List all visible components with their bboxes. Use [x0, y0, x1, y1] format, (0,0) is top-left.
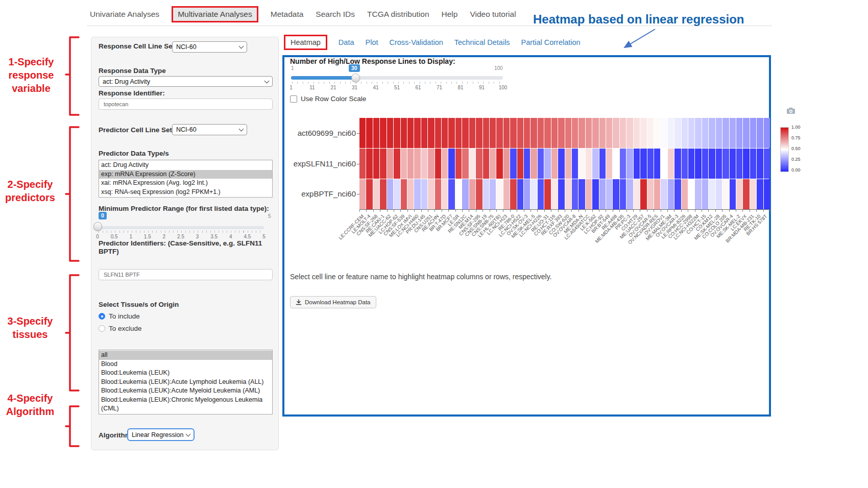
tick-11: 11 — [309, 85, 315, 90]
nav-item-multivariate-analyses[interactable]: Multivariate Analyses — [172, 6, 258, 22]
heatmap-cell — [757, 179, 763, 209]
nav-item-metadata[interactable]: Metadata — [271, 10, 304, 19]
response-data-type-value: act: Drug Activity — [103, 78, 150, 85]
heatmap-cell — [359, 118, 366, 148]
nav-item-help[interactable]: Help — [442, 10, 458, 19]
chevron-down-icon — [239, 127, 244, 132]
heatmap-cell — [606, 118, 612, 148]
nav-item-video-tutorial[interactable]: Video tutorial — [470, 10, 516, 19]
nav-item-search-ids[interactable]: Search IDs — [316, 10, 355, 19]
heatmap-cell — [442, 149, 448, 179]
option-blood-leukemia-leuk-acute-lymphoid-leukemia-all[interactable]: Blood:Leukemia (LEUK):Acute Lymphoid Leu… — [99, 378, 272, 387]
heatmap-cell — [578, 118, 585, 148]
nav-item-tcga-distribution[interactable]: TCGA distribution — [367, 10, 429, 19]
heatmap-cell — [380, 179, 386, 209]
option-blood-leukemia-leuk-acute-myeloid-leukemia-aml[interactable]: Blood:Leukemia (LEUK):Acute Myeloid Leuk… — [99, 386, 272, 396]
tissue-exclude-radio[interactable] — [99, 325, 105, 332]
heatmap-cell — [401, 179, 407, 209]
heatmap-cell — [647, 118, 654, 148]
heatmap-hint-text: Select cell line or feature name to high… — [290, 273, 552, 281]
tick-100: 100 — [499, 85, 508, 90]
heatmap-cell — [695, 149, 701, 179]
tab-technical-details[interactable]: Technical Details — [454, 38, 510, 46]
annotation-line: response — [1, 68, 61, 82]
download-heatmap-data-button[interactable]: Download Heatmap Data — [290, 296, 376, 308]
annotation-line: Algorithm — [0, 405, 60, 418]
heatmap-cell — [586, 118, 592, 148]
tick-81: 81 — [457, 85, 463, 90]
row-label-act609699-nci60[interactable]: act609699_nci60 — [276, 129, 356, 137]
nav-item-univariate-analyses[interactable]: Univariate Analyses — [90, 10, 159, 19]
heatmap-cell — [366, 118, 372, 148]
predictor-cell-line-set-select[interactable]: NCI-60 — [172, 124, 247, 135]
tab-cross-validation[interactable]: Cross-Validation — [389, 38, 443, 46]
heatmap-cell — [565, 118, 571, 148]
heatmap-cell — [551, 179, 558, 209]
predictor-data-types-label: Predictor Data Type/s — [99, 150, 169, 158]
response-lines-max-label: 100 — [494, 65, 503, 71]
response-data-type-select[interactable]: act: Drug Activity — [99, 76, 273, 87]
heatmap-cell — [517, 179, 523, 209]
option-all[interactable]: all — [99, 351, 272, 360]
tab-data[interactable]: Data — [339, 38, 354, 46]
min-predictor-range-slider-track[interactable] — [98, 226, 264, 229]
heatmap-cell — [674, 149, 681, 179]
heatmap-cell — [730, 179, 736, 209]
option-exp-mrna-expression-z-score[interactable]: exp: mRNA Expression (Z-Score) — [99, 170, 272, 179]
tissue-origin-listbox[interactable]: allBloodBlood:Leukemia (LEUK)Blood:Leuke… — [99, 350, 273, 414]
heatmap-cell — [578, 179, 585, 209]
tick-5: 5 — [262, 234, 266, 239]
tab-partial-correlation[interactable]: Partial Correlation — [521, 38, 581, 46]
min-predictor-range-slider-handle[interactable] — [93, 222, 102, 231]
heatmap-cell — [490, 118, 496, 148]
response-lines-slider-handle[interactable] — [351, 74, 360, 82]
heatmap-cell — [757, 149, 763, 179]
annotation-line: tissues — [0, 328, 60, 341]
heatmap-cell — [634, 179, 640, 209]
response-cell-line-set-select[interactable]: NCI-60 — [172, 41, 247, 53]
response-lines-tick-labels: 1112131415161718191100 — [291, 85, 503, 91]
tissue-include-radio[interactable] — [99, 313, 105, 320]
option-blood-leukemia-leuk-chronic-myelogenous-leukemia-cml[interactable]: Blood:Leukemia (LEUK):Chronic Myelogenou… — [99, 396, 272, 413]
heatmap-cell — [613, 118, 619, 148]
option-act-drug-activity[interactable]: act: Drug Activity — [99, 161, 272, 170]
cellminer-cdb-app: Univariate AnalysesMultivariate Analyses… — [0, 0, 868, 488]
row-label-expbptf-nci60[interactable]: expBPTF_nci60 — [276, 189, 356, 198]
predictor-identifiers-input[interactable]: SLFN11 BPTF — [99, 269, 273, 280]
colorbar-tick-0-75: 0.75 — [791, 135, 801, 140]
predictor-data-types-listbox[interactable]: act: Drug Activityexp: mRNA Expression (… — [99, 160, 273, 198]
response-identifier-input[interactable]: topotecan — [99, 99, 273, 110]
algorithm-select[interactable]: Linear Regression — [127, 428, 195, 441]
tissue-exclude-label: To exclude — [109, 325, 142, 332]
heatmap-cell — [640, 179, 646, 209]
heatmap-cell — [668, 179, 674, 209]
option-xsq-rna-seq-expression-log2-fpkm-1[interactable]: xsq: RNA-seq Expression (log2 FPKM+1.) — [99, 188, 272, 197]
response-lines-slider-fill — [291, 76, 356, 80]
row-label-expslfn11-nci60[interactable]: expSLFN11_nci60 — [276, 159, 356, 168]
download-button-label: Download Heatmap Data — [305, 299, 371, 305]
heatmap-cell — [435, 118, 441, 148]
heatmap-cell — [394, 179, 400, 209]
tick-4: 4 — [229, 234, 232, 239]
tab-heatmap[interactable]: Heatmap — [284, 35, 327, 50]
use-row-color-scale-checkbox[interactable] — [290, 95, 297, 103]
option-xai-mrna-expression-avg-log2-int[interactable]: xai: mRNA Expression (Avg. log2 Int.) — [99, 179, 272, 188]
heatmap-cell — [674, 179, 681, 209]
heatmap-cell — [654, 149, 660, 179]
annotation-line: 3-Specify — [0, 314, 60, 328]
heatmap-cell — [476, 149, 482, 179]
tab-plot[interactable]: Plot — [365, 38, 378, 46]
tissue-include-label: To include — [109, 312, 140, 320]
heatmap-cell — [586, 179, 592, 209]
option-blood[interactable]: Blood — [99, 360, 272, 369]
option-blood-leukemia-leuk[interactable]: Blood:Leukemia (LEUK) — [99, 369, 272, 378]
heatmap-cell — [702, 118, 708, 148]
heatmap-cell — [709, 149, 715, 179]
heatmap-cell — [709, 179, 715, 209]
colorbar-tick-0-50: 0.50 — [791, 146, 801, 151]
heatmap-cell — [401, 149, 407, 179]
heatmap-cell — [387, 149, 393, 179]
heatmap-cell — [722, 179, 729, 209]
camera-download-plot-icon[interactable] — [786, 107, 795, 114]
heatmap-cell — [661, 179, 667, 209]
